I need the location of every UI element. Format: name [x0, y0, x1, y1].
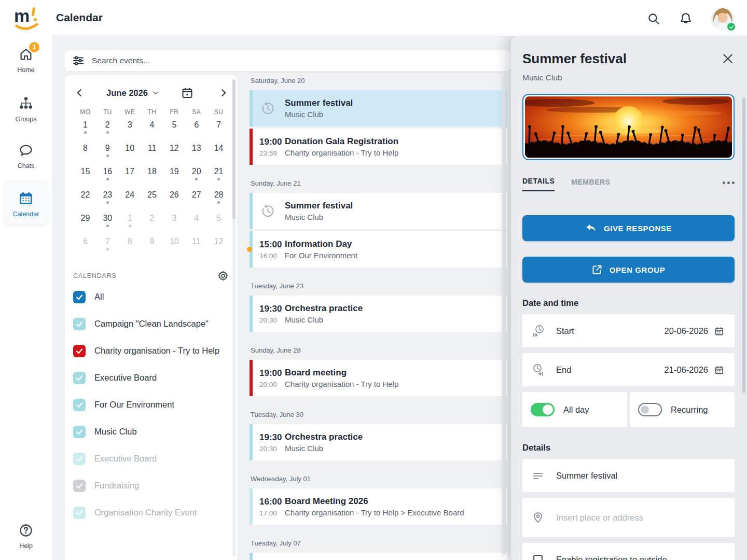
- calendar-filter-item[interactable]: Charity organisation - Try to Help: [73, 338, 230, 365]
- calendar-filter-item[interactable]: For Our Environment: [73, 391, 230, 418]
- left-panel-scrollbar-thumb[interactable]: [232, 79, 236, 219]
- prev-month-chevron[interactable]: [73, 86, 87, 100]
- open-group-button[interactable]: OPEN GROUP: [522, 257, 735, 283]
- mini-calendar-day[interactable]: 16: [96, 163, 119, 187]
- mini-calendar-day[interactable]: 10: [163, 233, 185, 257]
- mini-calendar-day[interactable]: 28: [208, 187, 230, 210]
- mini-calendar-day[interactable]: 3: [163, 210, 185, 233]
- mini-calendar-day[interactable]: 7: [208, 117, 230, 140]
- panel-scrollbar-thumb[interactable]: [742, 97, 745, 393]
- all-day-switch[interactable]: [531, 403, 555, 416]
- mini-calendar-day[interactable]: 29: [74, 210, 96, 233]
- event-cover-image[interactable]: [522, 94, 735, 160]
- all-day-toggle-card[interactable]: All day: [522, 392, 627, 427]
- mini-calendar-day[interactable]: 18: [141, 163, 163, 187]
- sidebar-item-chats[interactable]: Chats: [4, 143, 48, 170]
- registration-option-row[interactable]: Enable registration to outside: [522, 543, 735, 560]
- mini-calendar-day[interactable]: 4: [185, 210, 208, 233]
- checkbox-checked-icon[interactable]: [73, 372, 86, 384]
- mini-calendar-day[interactable]: 6: [74, 233, 96, 257]
- mini-calendar-day[interactable]: 22: [74, 187, 96, 210]
- filter-sliders-icon[interactable]: [72, 54, 85, 67]
- mini-calendar-day[interactable]: 1: [119, 210, 141, 233]
- end-date-row[interactable]: End 21-06-2026: [522, 353, 735, 386]
- checkbox-checked-icon[interactable]: [73, 507, 86, 519]
- mini-calendar-day[interactable]: 8: [74, 140, 96, 163]
- start-date-row[interactable]: Start 20-06-2026: [522, 314, 735, 347]
- recurring-toggle-card[interactable]: Recurring: [630, 392, 735, 427]
- mini-calendar-day[interactable]: 13: [185, 140, 208, 163]
- tab-details[interactable]: DETAILS: [522, 177, 555, 191]
- mini-calendar-day[interactable]: 5: [208, 210, 230, 233]
- mini-calendar-day[interactable]: 14: [208, 140, 230, 163]
- calendar-filter-item[interactable]: Campaign "Clean Landscape": [73, 311, 230, 338]
- mini-calendar-day[interactable]: 21: [208, 163, 230, 187]
- gear-icon[interactable]: [217, 270, 229, 282]
- mini-calendar-day[interactable]: 23: [96, 187, 119, 210]
- mini-calendar-day[interactable]: 26: [163, 187, 185, 210]
- mini-calendar-day[interactable]: 19: [163, 163, 185, 187]
- mini-calendar-day[interactable]: 8: [119, 233, 141, 257]
- mini-calendar-day[interactable]: 5: [163, 117, 185, 140]
- mini-calendar-day[interactable]: 2: [141, 210, 163, 233]
- sidebar-item-home[interactable]: 1 Home: [4, 47, 48, 74]
- month-selector[interactable]: June 2026: [87, 88, 179, 98]
- more-options-icon[interactable]: [723, 181, 735, 187]
- calendar-filter-item[interactable]: Organisation Charity Event: [73, 499, 230, 526]
- mini-calendar-day[interactable]: 9: [96, 140, 119, 163]
- end-date-value[interactable]: 21-06-2026: [665, 365, 724, 375]
- mini-calendar-day[interactable]: 4: [141, 117, 163, 140]
- checkbox-checked-icon[interactable]: [73, 480, 86, 492]
- calendar-filter-item[interactable]: Executive Board: [73, 365, 230, 391]
- event-name-row[interactable]: Summer festival: [522, 459, 735, 492]
- sidebar-item-help[interactable]: Help: [4, 523, 48, 550]
- event-card[interactable]: Summer festivalMusic Club: [250, 193, 507, 229]
- mini-calendar-day[interactable]: 10: [119, 140, 141, 163]
- agenda-scrollbar[interactable]: [502, 75, 506, 555]
- mini-calendar-day[interactable]: 27: [185, 187, 208, 210]
- checkbox-checked-icon[interactable]: [73, 399, 86, 411]
- search-icon[interactable]: [646, 11, 661, 26]
- user-avatar[interactable]: [711, 7, 735, 31]
- search-input[interactable]: [92, 56, 504, 65]
- event-card[interactable]: 15:0016:00Information DayFor Our Environ…: [250, 231, 507, 268]
- tab-members[interactable]: MEMBERS: [571, 178, 610, 191]
- sidebar-item-groups[interactable]: Groups: [4, 96, 48, 123]
- mini-calendar-day[interactable]: 11: [185, 233, 208, 257]
- mini-calendar-day[interactable]: 25: [141, 187, 163, 210]
- notifications-bell-icon[interactable]: [679, 11, 693, 26]
- mini-calendar-day[interactable]: 30: [96, 210, 119, 233]
- mini-calendar-day[interactable]: 17: [119, 163, 141, 187]
- search-events-bar[interactable]: [65, 50, 511, 71]
- checkbox-checked-icon[interactable]: [73, 453, 86, 465]
- event-card[interactable]: Summer festivalMusic Club: [250, 90, 507, 127]
- checkbox-checked-icon[interactable]: [73, 345, 86, 357]
- mini-calendar-day[interactable]: 9: [141, 233, 163, 257]
- checkbox-checked-icon[interactable]: [73, 291, 86, 303]
- event-card[interactable]: 19:3020:30Orchestra practiceMusic Club: [250, 296, 507, 332]
- place-input-row[interactable]: Insert place or address: [522, 498, 735, 537]
- event-card[interactable]: 19:0020:00Board meetingCharity organisat…: [250, 360, 507, 396]
- mini-calendar-day[interactable]: 7: [96, 233, 119, 257]
- calendar-filter-item[interactable]: Music Club: [73, 418, 230, 445]
- checkbox-checked-icon[interactable]: [73, 426, 86, 438]
- calendar-today-icon[interactable]: [181, 87, 193, 99]
- recurring-switch[interactable]: [638, 403, 662, 416]
- checkbox-checked-icon[interactable]: [73, 318, 86, 330]
- mini-calendar-day[interactable]: 1: [74, 117, 96, 140]
- mini-calendar-day[interactable]: 11: [141, 140, 163, 163]
- mini-calendar-day[interactable]: 12: [163, 140, 185, 163]
- close-icon[interactable]: [721, 52, 735, 65]
- mini-calendar-day[interactable]: 6: [185, 117, 208, 140]
- calendar-filter-item[interactable]: Fundraising: [73, 472, 230, 499]
- app-logo[interactable]: m: [13, 5, 39, 32]
- mini-calendar-day[interactable]: 15: [74, 163, 96, 187]
- mini-calendar-day[interactable]: 2: [96, 117, 119, 140]
- mini-calendar-day[interactable]: 12: [208, 233, 230, 257]
- start-date-value[interactable]: 20-06-2026: [665, 326, 724, 336]
- mini-calendar-day[interactable]: 20: [185, 163, 208, 187]
- event-card[interactable]: 19:0023:59Donation Gala RegistrationChar…: [250, 129, 507, 165]
- give-response-button[interactable]: GIVE RESPONSE: [522, 215, 735, 241]
- next-month-chevron[interactable]: [216, 86, 230, 100]
- event-card[interactable]: 16:0017:00Board Meeting 2026Charity orga…: [250, 488, 507, 525]
